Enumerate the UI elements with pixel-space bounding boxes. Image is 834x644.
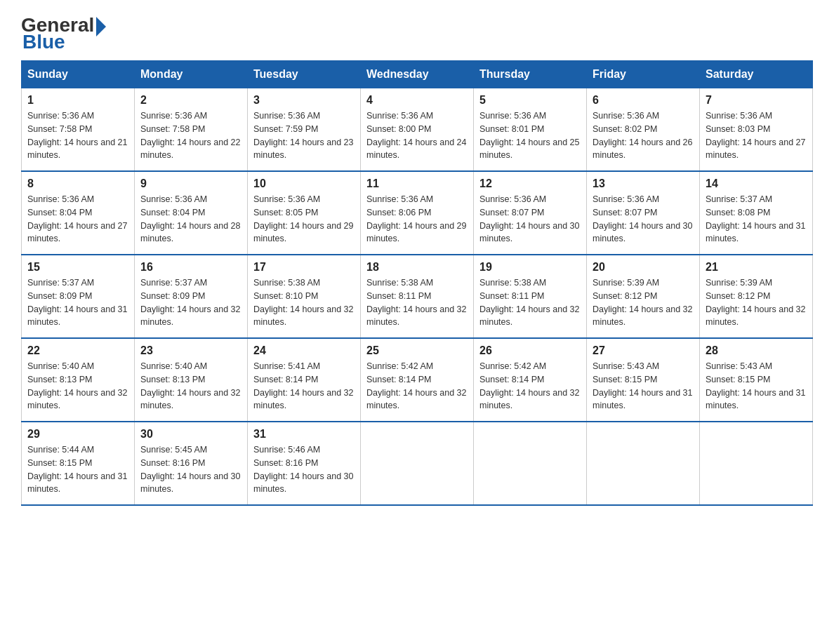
calendar-cell: 19Sunrise: 5:38 AMSunset: 8:11 PMDayligh… — [474, 255, 587, 338]
day-info: Sunrise: 5:37 AMSunset: 8:09 PMDaylight:… — [27, 276, 128, 329]
calendar-cell: 29Sunrise: 5:44 AMSunset: 8:15 PMDayligh… — [22, 422, 135, 505]
day-number: 4 — [366, 94, 468, 107]
day-number: 17 — [253, 261, 355, 274]
day-number: 3 — [253, 94, 355, 107]
day-info: Sunrise: 5:36 AMSunset: 8:04 PMDaylight:… — [140, 193, 241, 246]
calendar-cell: 5Sunrise: 5:36 AMSunset: 8:01 PMDaylight… — [474, 88, 587, 172]
calendar-cell: 17Sunrise: 5:38 AMSunset: 8:10 PMDayligh… — [248, 255, 361, 338]
calendar-cell: 23Sunrise: 5:40 AMSunset: 8:13 PMDayligh… — [135, 338, 248, 422]
calendar-cell: 4Sunrise: 5:36 AMSunset: 8:00 PMDaylight… — [361, 88, 474, 172]
day-number: 6 — [593, 94, 694, 107]
calendar-cell — [474, 422, 587, 505]
day-info: Sunrise: 5:38 AMSunset: 8:10 PMDaylight:… — [253, 276, 355, 329]
calendar-cell: 3Sunrise: 5:36 AMSunset: 7:59 PMDaylight… — [248, 88, 361, 172]
day-info: Sunrise: 5:36 AMSunset: 8:04 PMDaylight:… — [27, 193, 128, 246]
day-number: 22 — [27, 344, 128, 357]
day-number: 26 — [479, 344, 581, 357]
calendar-cell: 24Sunrise: 5:41 AMSunset: 8:14 PMDayligh… — [248, 338, 361, 422]
day-number: 5 — [479, 94, 581, 107]
day-number: 2 — [140, 94, 241, 107]
weekday-header-thursday: Thursday — [474, 61, 587, 88]
day-number: 19 — [479, 261, 581, 274]
day-number: 1 — [27, 94, 128, 107]
calendar-week-row: 15Sunrise: 5:37 AMSunset: 8:09 PMDayligh… — [22, 255, 813, 338]
day-info: Sunrise: 5:36 AMSunset: 8:00 PMDaylight:… — [366, 109, 468, 162]
day-number: 7 — [706, 94, 807, 107]
calendar-cell — [700, 422, 813, 505]
logo: General Blue — [21, 14, 106, 53]
day-info: Sunrise: 5:42 AMSunset: 8:14 PMDaylight:… — [366, 360, 468, 412]
day-info: Sunrise: 5:43 AMSunset: 8:15 PMDaylight:… — [706, 360, 807, 412]
day-number: 13 — [593, 177, 694, 190]
calendar-week-row: 1Sunrise: 5:36 AMSunset: 7:58 PMDaylight… — [22, 88, 813, 172]
calendar-week-row: 29Sunrise: 5:44 AMSunset: 8:15 PMDayligh… — [22, 422, 813, 505]
day-number: 21 — [706, 261, 807, 274]
calendar-cell: 30Sunrise: 5:45 AMSunset: 8:16 PMDayligh… — [135, 422, 248, 505]
calendar-cell: 11Sunrise: 5:36 AMSunset: 8:06 PMDayligh… — [361, 171, 474, 255]
day-info: Sunrise: 5:36 AMSunset: 8:02 PMDaylight:… — [593, 109, 694, 162]
calendar-week-row: 8Sunrise: 5:36 AMSunset: 8:04 PMDaylight… — [22, 171, 813, 255]
weekday-header-row: SundayMondayTuesdayWednesdayThursdayFrid… — [22, 61, 813, 88]
day-info: Sunrise: 5:36 AMSunset: 7:58 PMDaylight:… — [140, 109, 241, 162]
calendar-cell: 26Sunrise: 5:42 AMSunset: 8:14 PMDayligh… — [474, 338, 587, 422]
day-number: 29 — [27, 428, 128, 441]
day-number: 25 — [366, 344, 468, 357]
calendar-week-row: 22Sunrise: 5:40 AMSunset: 8:13 PMDayligh… — [22, 338, 813, 422]
day-info: Sunrise: 5:46 AMSunset: 8:16 PMDaylight:… — [253, 443, 355, 496]
weekday-header-tuesday: Tuesday — [248, 61, 361, 88]
calendar-cell: 18Sunrise: 5:38 AMSunset: 8:11 PMDayligh… — [361, 255, 474, 338]
day-info: Sunrise: 5:39 AMSunset: 8:12 PMDaylight:… — [593, 276, 694, 329]
calendar-cell: 27Sunrise: 5:43 AMSunset: 8:15 PMDayligh… — [587, 338, 700, 422]
day-number: 23 — [140, 344, 241, 357]
day-info: Sunrise: 5:36 AMSunset: 8:07 PMDaylight:… — [479, 193, 581, 246]
calendar-cell: 13Sunrise: 5:36 AMSunset: 8:07 PMDayligh… — [587, 171, 700, 255]
day-info: Sunrise: 5:44 AMSunset: 8:15 PMDaylight:… — [27, 443, 128, 496]
day-number: 9 — [140, 177, 241, 190]
day-info: Sunrise: 5:38 AMSunset: 8:11 PMDaylight:… — [366, 276, 468, 329]
day-info: Sunrise: 5:45 AMSunset: 8:16 PMDaylight:… — [140, 443, 241, 496]
calendar-cell — [587, 422, 700, 505]
day-number: 18 — [366, 261, 468, 274]
calendar-cell: 14Sunrise: 5:37 AMSunset: 8:08 PMDayligh… — [700, 171, 813, 255]
day-number: 20 — [593, 261, 694, 274]
day-number: 28 — [706, 344, 807, 357]
day-number: 27 — [593, 344, 694, 357]
day-number: 10 — [253, 177, 355, 190]
day-info: Sunrise: 5:36 AMSunset: 8:01 PMDaylight:… — [479, 109, 581, 162]
calendar-cell: 21Sunrise: 5:39 AMSunset: 8:12 PMDayligh… — [700, 255, 813, 338]
calendar-cell: 7Sunrise: 5:36 AMSunset: 8:03 PMDaylight… — [700, 88, 813, 172]
calendar-cell: 31Sunrise: 5:46 AMSunset: 8:16 PMDayligh… — [248, 422, 361, 505]
day-info: Sunrise: 5:36 AMSunset: 8:06 PMDaylight:… — [366, 193, 468, 246]
calendar-cell: 2Sunrise: 5:36 AMSunset: 7:58 PMDaylight… — [135, 88, 248, 172]
calendar-cell: 1Sunrise: 5:36 AMSunset: 7:58 PMDaylight… — [22, 88, 135, 172]
day-number: 14 — [706, 177, 807, 190]
day-number: 11 — [366, 177, 468, 190]
calendar-cell: 16Sunrise: 5:37 AMSunset: 8:09 PMDayligh… — [135, 255, 248, 338]
day-info: Sunrise: 5:36 AMSunset: 7:59 PMDaylight:… — [253, 109, 355, 162]
weekday-header-friday: Friday — [587, 61, 700, 88]
calendar-cell: 28Sunrise: 5:43 AMSunset: 8:15 PMDayligh… — [700, 338, 813, 422]
calendar-cell — [361, 422, 474, 505]
calendar-cell: 15Sunrise: 5:37 AMSunset: 8:09 PMDayligh… — [22, 255, 135, 338]
calendar-cell: 20Sunrise: 5:39 AMSunset: 8:12 PMDayligh… — [587, 255, 700, 338]
day-number: 8 — [27, 177, 128, 190]
logo-arrow-icon — [96, 17, 106, 36]
day-number: 15 — [27, 261, 128, 274]
calendar-cell: 8Sunrise: 5:36 AMSunset: 8:04 PMDaylight… — [22, 171, 135, 255]
day-info: Sunrise: 5:36 AMSunset: 8:03 PMDaylight:… — [706, 109, 807, 162]
calendar-table: SundayMondayTuesdayWednesdayThursdayFrid… — [21, 60, 813, 506]
day-info: Sunrise: 5:36 AMSunset: 7:58 PMDaylight:… — [27, 109, 128, 162]
day-number: 31 — [253, 428, 355, 441]
calendar-cell: 6Sunrise: 5:36 AMSunset: 8:02 PMDaylight… — [587, 88, 700, 172]
day-info: Sunrise: 5:36 AMSunset: 8:07 PMDaylight:… — [593, 193, 694, 246]
weekday-header-sunday: Sunday — [22, 61, 135, 88]
calendar-cell: 10Sunrise: 5:36 AMSunset: 8:05 PMDayligh… — [248, 171, 361, 255]
weekday-header-saturday: Saturday — [700, 61, 813, 88]
weekday-header-wednesday: Wednesday — [361, 61, 474, 88]
calendar-cell: 22Sunrise: 5:40 AMSunset: 8:13 PMDayligh… — [22, 338, 135, 422]
day-number: 30 — [140, 428, 241, 441]
weekday-header-monday: Monday — [135, 61, 248, 88]
day-number: 16 — [140, 261, 241, 274]
calendar-cell: 25Sunrise: 5:42 AMSunset: 8:14 PMDayligh… — [361, 338, 474, 422]
day-info: Sunrise: 5:42 AMSunset: 8:14 PMDaylight:… — [479, 360, 581, 412]
